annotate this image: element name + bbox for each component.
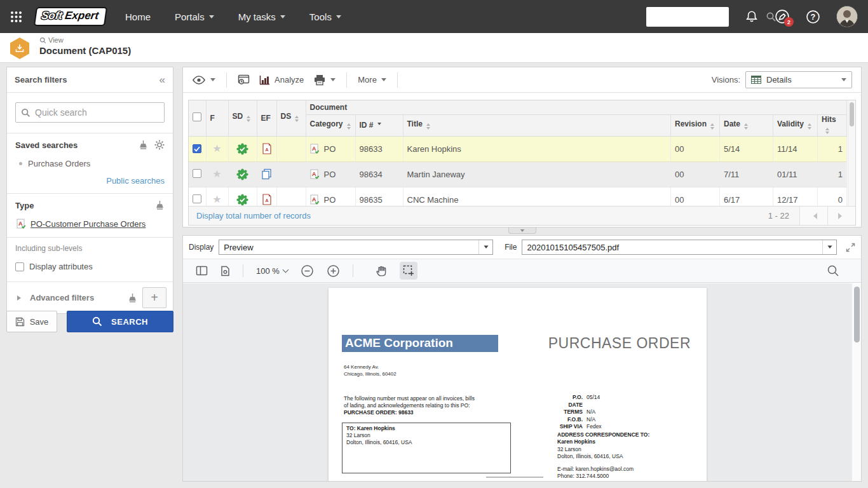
notifications-bell-icon[interactable] (745, 10, 759, 24)
gear-icon[interactable] (154, 140, 165, 150)
menu-my-tasks[interactable]: My tasks (238, 11, 285, 22)
column-header-id[interactable]: ID # (355, 114, 403, 136)
pdf-preview-area[interactable]: ACME Corporation PURCHASE ORDER 64 Kenne… (183, 283, 861, 481)
menu-home[interactable]: Home (125, 11, 151, 22)
more-button[interactable]: More (358, 75, 386, 85)
splitter-collapse-handle[interactable] (508, 227, 536, 234)
select-all-checkbox[interactable] (193, 112, 201, 121)
column-header-ef[interactable]: EF (257, 100, 276, 136)
scrollbar-thumb[interactable] (854, 287, 860, 342)
preview-scrollbar[interactable] (851, 283, 861, 481)
sort-icon (744, 121, 748, 132)
view-button[interactable] (192, 76, 215, 85)
bullet-icon (19, 162, 22, 165)
sort-desc-icon (377, 123, 381, 127)
help-icon[interactable]: ? (806, 10, 820, 24)
favorite-star-icon[interactable]: ★ (212, 194, 221, 205)
zoom-level-select[interactable]: 100 % (256, 266, 288, 276)
window-history-icon (238, 74, 250, 85)
cell-hits: 1 (817, 161, 846, 187)
favorite-star-icon[interactable]: ★ (212, 143, 221, 154)
apps-grid-icon[interactable] (10, 11, 22, 23)
zoom-in-icon[interactable] (327, 264, 340, 278)
user-avatar[interactable] (836, 6, 858, 27)
saved-search-item[interactable]: Purchase Orders (19, 159, 165, 168)
breadcrumb: View Document (CAP015) (39, 36, 131, 56)
column-header-revision[interactable]: Revision (670, 114, 719, 136)
chevron-down-icon (282, 266, 288, 273)
selected-type-link[interactable]: A PO-Customer Purchase Orders (17, 219, 165, 229)
svg-text:A: A (312, 146, 316, 152)
search-icon (21, 108, 31, 118)
side-panel-toggle-icon[interactable] (196, 266, 208, 276)
divider (243, 264, 243, 277)
column-header-hits[interactable]: Hits (817, 114, 846, 136)
menu-portals[interactable]: Portals (175, 11, 214, 22)
row-checkbox[interactable] (193, 169, 201, 178)
search-button[interactable]: SEARCH (67, 311, 173, 332)
snapshot-button[interactable] (238, 74, 250, 85)
display-attributes-checkbox[interactable] (15, 262, 24, 271)
file-select[interactable]: 20201015105457505.pdf (522, 240, 837, 255)
pdf-correspondence-block: ADDRESS CORRESPONDENCE TO: Karen Hopkins… (557, 431, 697, 480)
analyze-button[interactable]: Analyze (259, 75, 304, 85)
assistant-pen-icon[interactable]: 2 (775, 9, 790, 24)
page-view-icon[interactable] (220, 266, 230, 276)
column-header-date[interactable]: Date (719, 114, 773, 136)
collapse-panel-icon[interactable]: « (159, 74, 165, 86)
pagination-range: 1 - 22 (768, 211, 789, 220)
search-filters-panel: Search filters « Saved searches Purchase… (6, 67, 173, 314)
print-button[interactable] (313, 74, 336, 86)
copy-files-icon[interactable] (261, 168, 272, 180)
row-checkbox[interactable] (193, 144, 201, 153)
scrollbar-thumb[interactable] (850, 102, 854, 126)
quick-search-input[interactable] (35, 107, 159, 118)
pdf-file-icon[interactable]: A (262, 194, 272, 205)
fullscreen-icon[interactable] (846, 243, 855, 252)
svg-text:A: A (265, 198, 268, 203)
expand-arrow-icon[interactable] (17, 295, 24, 301)
public-searches-link[interactable]: Public searches (15, 176, 165, 186)
display-mode-select[interactable]: Preview (219, 240, 493, 255)
total-records-link[interactable]: Display total number of records (196, 211, 311, 220)
clear-filter-icon[interactable] (155, 200, 165, 210)
panel-splitter[interactable] (182, 227, 862, 235)
dropdown-button[interactable] (478, 240, 492, 254)
save-button[interactable]: Save (6, 311, 57, 332)
menu-tools[interactable]: Tools (309, 11, 341, 22)
table-scrollbar[interactable] (848, 100, 855, 206)
next-page-button[interactable] (827, 207, 855, 225)
column-header-ds[interactable]: DS (276, 100, 306, 136)
column-header-validity[interactable]: Validity (773, 114, 817, 136)
hand-tool-icon[interactable] (375, 265, 387, 277)
top-navigation-bar: SoftExpert Home Portals My tasks Tools 2… (0, 0, 868, 33)
marquee-select-tool-icon[interactable] (400, 262, 417, 280)
zoom-out-icon[interactable] (301, 264, 314, 278)
pdf-file-icon[interactable]: A (262, 143, 272, 154)
column-header-f[interactable]: F (206, 100, 228, 136)
file-label: File (505, 243, 517, 252)
clear-filter-icon[interactable] (128, 293, 137, 303)
pdf-page: ACME Corporation PURCHASE ORDER 64 Kenne… (329, 288, 707, 481)
previous-page-button[interactable] (799, 207, 827, 225)
row-checkbox[interactable] (193, 194, 201, 203)
svg-text:A: A (312, 196, 316, 203)
pdf-search-icon[interactable] (827, 264, 839, 277)
results-table: F SD EF DS Document Category ID # Title … (188, 100, 856, 226)
dropdown-button[interactable] (822, 240, 836, 254)
table-row[interactable]: ★ A APO 98633 Karen Hopkins 00 5/14 11/1… (189, 136, 847, 161)
advanced-filters-label[interactable]: Advanced filters (30, 293, 123, 302)
notification-badge: 2 (784, 17, 794, 27)
add-filter-button[interactable]: + (142, 287, 166, 308)
chevron-down-icon (484, 245, 488, 250)
table-row[interactable]: ★ APO 98634 Martin Janeway 00 7/11 01/11… (189, 161, 847, 187)
display-attributes-toggle[interactable]: Display attributes (7, 254, 173, 282)
clear-filter-icon[interactable] (139, 140, 148, 150)
column-header-sd[interactable]: SD (228, 100, 257, 136)
visions-select[interactable]: Details (745, 71, 852, 88)
favorite-star-icon[interactable]: ★ (212, 168, 221, 179)
pdf-table-edge (486, 477, 543, 478)
column-header-title[interactable]: Title (403, 114, 670, 136)
column-header-category[interactable]: Category (306, 114, 355, 136)
cell-category: PO (324, 144, 336, 154)
